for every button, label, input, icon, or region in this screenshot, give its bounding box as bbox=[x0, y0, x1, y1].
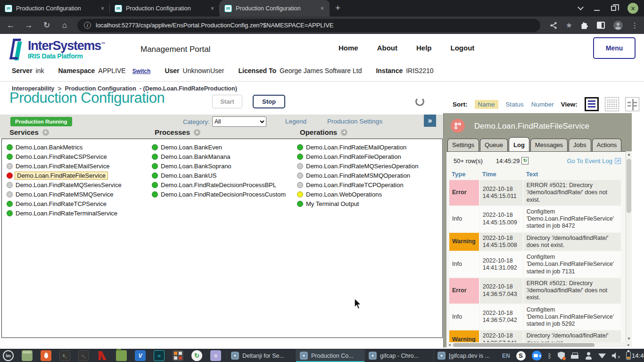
volume-muted-icon[interactable] bbox=[612, 353, 620, 359]
bookmark-star-icon[interactable]: ★ bbox=[566, 21, 572, 30]
config-item[interactable]: Demo.Loan.FindRateDecisionProcessBPL bbox=[152, 180, 297, 189]
browser-menu-kebab-icon[interactable]: ⋮ bbox=[631, 21, 638, 30]
vertical-scroll-thumb[interactable] bbox=[627, 159, 631, 213]
tab-close-icon[interactable]: × bbox=[210, 5, 215, 12]
config-item[interactable]: Demo.Loan.FindRateMQSeriesService bbox=[7, 180, 152, 189]
stop-button[interactable]: Stop bbox=[253, 95, 285, 108]
scroll-left-icon[interactable]: ◄ bbox=[448, 343, 451, 346]
config-item[interactable]: Demo.Loan.FindRateTCPService bbox=[7, 199, 152, 208]
home-icon[interactable]: ⌂ bbox=[59, 21, 70, 30]
panel-horizontal-scrollbar[interactable]: ◄ ► bbox=[446, 342, 632, 347]
browser-tab[interactable]: IRProduction Configuration× bbox=[110, 0, 220, 16]
config-item[interactable]: Demo.Loan.FindRateMSMQOperation bbox=[297, 171, 442, 180]
config-item[interactable]: Demo.Loan.BankSoprano bbox=[152, 161, 297, 171]
view-split-icon[interactable] bbox=[625, 97, 639, 111]
nav-link-home[interactable]: Home bbox=[339, 44, 358, 52]
reload-icon[interactable]: ↻ bbox=[41, 20, 52, 30]
close-window-icon[interactable]: × bbox=[627, 3, 638, 14]
side-panel-icon[interactable] bbox=[597, 22, 605, 29]
auto-refresh-spinner-icon[interactable] bbox=[415, 97, 424, 106]
forward-icon[interactable]: → bbox=[24, 21, 34, 30]
config-item[interactable]: My Terminal Output bbox=[297, 199, 442, 208]
config-item[interactable]: Demo.Loan.FindRateCSPService bbox=[7, 152, 152, 161]
config-item[interactable]: Demo.Loan.FindRateEMailOperation bbox=[297, 142, 442, 152]
config-item[interactable]: Demo.Loan.BankMetrics bbox=[7, 142, 152, 152]
mint-menu-icon[interactable]: lm bbox=[3, 350, 14, 361]
tab-close-icon[interactable]: × bbox=[100, 5, 105, 12]
config-item[interactable]: Demo.Loan.FindRateFileOperation bbox=[297, 152, 442, 161]
panel-vertical-scrollbar[interactable]: ▲ ▼ bbox=[626, 151, 632, 342]
notes-app-icon[interactable]: ≡ bbox=[210, 350, 221, 361]
site-info-icon[interactable]: i bbox=[84, 22, 91, 29]
taskbar-window-button[interactable]: Deltanji for Se... bbox=[227, 349, 296, 362]
config-item[interactable]: Demo.Loan.FindRateTerminalService bbox=[7, 208, 152, 218]
tab-messages[interactable]: Messages bbox=[530, 139, 568, 151]
link-legend[interactable]: Legend bbox=[285, 118, 306, 125]
config-item[interactable]: Demo.Loan.BankEven bbox=[152, 142, 297, 152]
scroll-up-icon[interactable]: ▲ bbox=[626, 151, 632, 158]
scroll-right-icon[interactable]: ► bbox=[627, 343, 630, 346]
sort-option-number[interactable]: Number bbox=[531, 101, 554, 108]
menu-button[interactable]: Menu bbox=[593, 37, 636, 59]
tab-close-icon[interactable]: × bbox=[320, 5, 325, 12]
config-item[interactable]: Demo.Loan.FindRateEMailService bbox=[7, 161, 152, 171]
taskbar-window-button[interactable]: gifcap - Chro... bbox=[364, 349, 433, 362]
user-icon[interactable] bbox=[585, 352, 592, 360]
taskbar-window-button[interactable]: Production Co... bbox=[296, 349, 364, 362]
shield-icon[interactable] bbox=[558, 352, 565, 360]
nav-link-about[interactable]: About bbox=[377, 44, 397, 52]
config-item[interactable]: Demo.Loan.FindRateMQSeriesOperation bbox=[297, 161, 442, 171]
clock-app-icon[interactable]: ↻ bbox=[191, 350, 202, 361]
tab-log[interactable]: Log bbox=[509, 137, 529, 151]
flame-app-icon[interactable] bbox=[41, 350, 51, 361]
tab-queue[interactable]: Queue bbox=[480, 139, 508, 151]
config-item[interactable]: Demo.Loan.BankUS bbox=[152, 171, 297, 180]
new-tab-button[interactable]: + bbox=[335, 3, 340, 13]
tab-actions[interactable]: Actions bbox=[592, 139, 622, 151]
sort-option-status[interactable]: Status bbox=[506, 101, 524, 108]
config-item[interactable]: Demo.Loan.WebOperations bbox=[297, 189, 442, 199]
terminal-icon[interactable]: $_ bbox=[59, 350, 70, 361]
minimize-icon[interactable] bbox=[594, 6, 600, 11]
folder-green-icon[interactable] bbox=[116, 350, 127, 361]
view-list-icon[interactable] bbox=[585, 97, 599, 111]
wave-app-icon[interactable]: ≈ bbox=[154, 350, 165, 361]
nav-link-logout[interactable]: Logout bbox=[451, 44, 475, 52]
tab-jobs[interactable]: Jobs bbox=[569, 139, 591, 151]
terminal-alt-icon[interactable]: >_ bbox=[78, 350, 89, 361]
config-item[interactable]: Demo.Loan.FindRateDecisionProcessCustom bbox=[152, 189, 297, 199]
sort-option-name[interactable]: Name bbox=[475, 100, 498, 109]
config-item[interactable]: Demo.Loan.BankManana bbox=[152, 152, 297, 161]
link-production-settings[interactable]: Production Settings bbox=[327, 118, 382, 125]
printer-icon[interactable] bbox=[571, 353, 578, 359]
add-operations-icon[interactable]: + bbox=[341, 129, 347, 136]
keyboard-EN-icon[interactable]: EN bbox=[502, 353, 510, 359]
start-button[interactable]: Start bbox=[212, 95, 242, 108]
calculator-icon[interactable] bbox=[173, 350, 183, 361]
browser-tab[interactable]: IRProduction Configuration× bbox=[220, 0, 330, 16]
horizontal-scroll-thumb[interactable] bbox=[453, 343, 594, 347]
config-item[interactable]: Demo.Loan.FindRateMSMQService bbox=[7, 189, 152, 199]
skype-icon[interactable]: S bbox=[516, 351, 526, 361]
files-icon[interactable] bbox=[22, 350, 33, 361]
wifi-icon[interactable] bbox=[598, 353, 606, 359]
browser-tab[interactable]: IRProduction Configuration× bbox=[0, 0, 110, 16]
restore-icon[interactable] bbox=[611, 6, 616, 11]
vscode-icon[interactable]: V bbox=[135, 350, 146, 361]
url-bar[interactable]: i localhost:52773/csp/applive/EnsPortal.… bbox=[77, 19, 540, 32]
share-icon[interactable] bbox=[550, 22, 557, 29]
refresh-log-icon[interactable]: ↻ bbox=[521, 157, 528, 165]
expand-panel-button[interactable]: » bbox=[424, 115, 436, 127]
add-services-icon[interactable]: + bbox=[42, 129, 49, 136]
tab-settings[interactable]: Settings bbox=[447, 139, 479, 151]
tab-search-chevron-icon[interactable] bbox=[578, 4, 584, 10]
battery-icon[interactable] bbox=[626, 352, 631, 360]
zoom-icon[interactable] bbox=[532, 351, 542, 361]
bluetooth-icon[interactable]: ᛒ bbox=[548, 352, 552, 360]
category-select[interactable]: All bbox=[212, 116, 266, 127]
nav-link-help[interactable]: Help bbox=[416, 44, 432, 52]
profile-avatar[interactable] bbox=[613, 21, 623, 30]
switch-link[interactable]: Switch bbox=[132, 68, 151, 74]
go-to-event-log-link[interactable]: Go To Event Log ↗ bbox=[567, 157, 621, 165]
config-item[interactable]: Demo.Loan.FindRateTCPOperation bbox=[297, 180, 442, 189]
